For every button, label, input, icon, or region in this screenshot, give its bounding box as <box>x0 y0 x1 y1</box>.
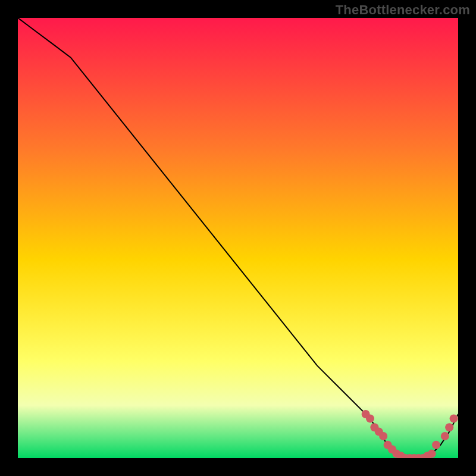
marker-dot <box>445 423 453 431</box>
marker-dot <box>441 432 449 440</box>
watermark-text: TheBottlenecker.com <box>336 2 470 18</box>
marker-dot <box>366 414 374 422</box>
chart-frame: TheBottlenecker.com <box>0 0 476 476</box>
plot-area <box>18 18 458 458</box>
gradient-background <box>18 18 458 458</box>
marker-dot <box>450 414 458 422</box>
marker-dot <box>379 432 387 440</box>
marker-dot <box>428 450 436 458</box>
chart-svg <box>18 18 458 458</box>
marker-dot <box>432 441 440 449</box>
